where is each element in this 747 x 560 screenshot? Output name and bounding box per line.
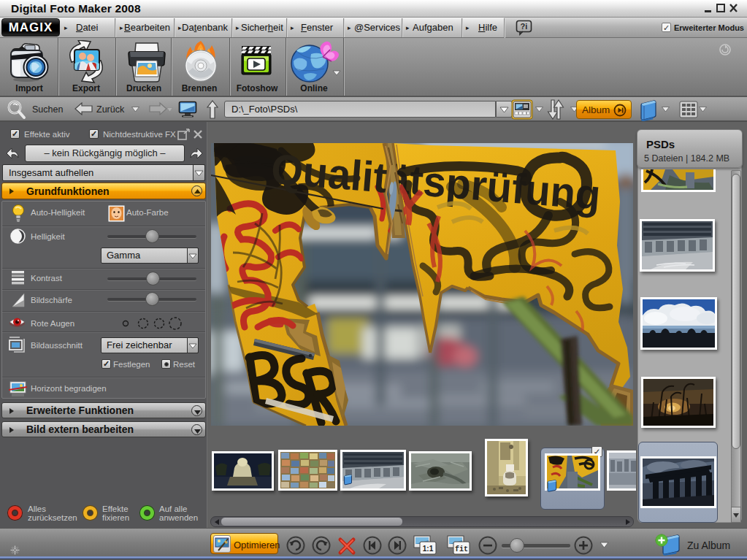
- svg-text:?i: ?i: [521, 22, 528, 31]
- svg-text:fit: fit: [455, 545, 468, 553]
- svg-text:1:1: 1:1: [423, 545, 434, 553]
